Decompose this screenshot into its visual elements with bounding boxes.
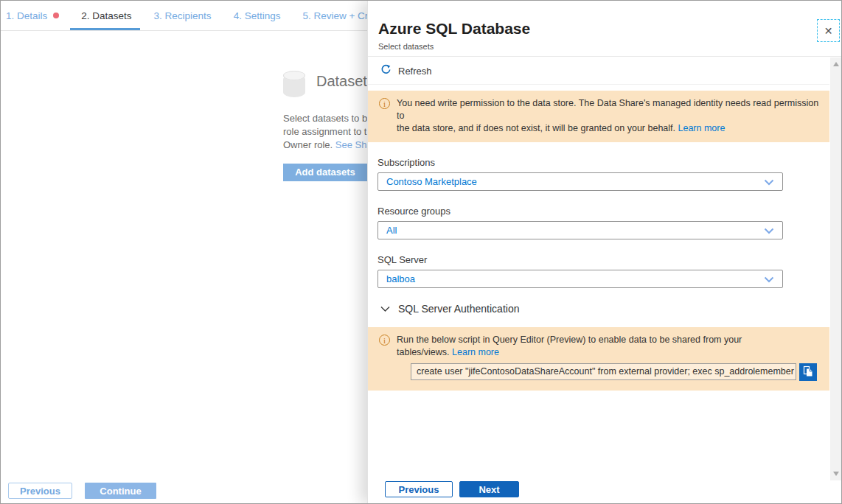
- panel-scrollbar[interactable]: [830, 57, 842, 480]
- add-datasets-button[interactable]: Add datasets: [283, 164, 367, 181]
- learn-more-link[interactable]: Learn more: [452, 347, 499, 357]
- panel-title: Azure SQL Database: [378, 20, 530, 38]
- learn-more-link[interactable]: Learn more: [678, 123, 726, 133]
- panel-toolbar: Refresh: [368, 57, 829, 85]
- alert-dot-icon: [53, 13, 59, 18]
- resource-groups-label: Resource groups: [377, 206, 783, 217]
- sql-server-field: SQL Server balboa: [377, 254, 783, 288]
- panel-next-button[interactable]: Next: [459, 481, 519, 497]
- copy-script-button[interactable]: [799, 363, 817, 381]
- chevron-down-icon: [764, 273, 774, 286]
- wizard-background: 1. Details 2. Datasets 3. Recipients 4. …: [1, 1, 367, 503]
- active-tab-underline: [70, 28, 139, 30]
- resource-groups-field: Resource groups All: [377, 206, 783, 239]
- wizard-footer: Previous Continue: [8, 483, 156, 499]
- panel-footer: Previous Next: [385, 481, 519, 497]
- azure-sql-database-panel: Azure SQL Database Select datasets ✕ Ref…: [367, 1, 842, 503]
- sql-server-value: balboa: [386, 273, 415, 284]
- close-button[interactable]: ✕: [817, 19, 840, 42]
- refresh-icon: [380, 64, 392, 78]
- wizard-continue-button[interactable]: Continue: [85, 483, 156, 499]
- subscriptions-label: Subscriptions: [377, 157, 783, 168]
- permission-banner-text: You need write permission to the data st…: [397, 97, 821, 135]
- tab-recipients[interactable]: 3. Recipients: [143, 1, 223, 30]
- info-icon: i: [379, 335, 390, 346]
- wizard-step-tabs: 1. Details 2. Datasets 3. Recipients 4. …: [1, 1, 367, 31]
- create-user-script-field[interactable]: create user "jifeContosoDataShareAccount…: [411, 363, 796, 380]
- resource-groups-value: All: [386, 225, 397, 236]
- chevron-down-icon: [764, 224, 774, 237]
- script-info-banner: i Run the below script in Query Editor (…: [368, 327, 829, 391]
- app-window: 1. Details 2. Datasets 3. Recipients 4. …: [0, 0, 842, 504]
- tab-recipients-label: 3. Recipients: [154, 10, 212, 21]
- subscriptions-dropdown[interactable]: Contoso Marketplace: [377, 172, 783, 191]
- chevron-down-icon: [764, 175, 774, 189]
- datasets-description: Select datasets to be role assignment to…: [283, 112, 367, 152]
- panel-header: Azure SQL Database Select datasets ✕: [368, 1, 842, 57]
- scroll-up-arrow-icon[interactable]: [833, 62, 839, 66]
- sql-server-authentication-label: SQL Server Authentication: [398, 303, 519, 315]
- refresh-label: Refresh: [398, 66, 432, 77]
- database-cylinder-icon: [283, 71, 305, 97]
- tab-datasets[interactable]: 2. Datasets: [70, 1, 142, 30]
- sql-server-label: SQL Server: [377, 254, 783, 265]
- tab-details[interactable]: 1. Details: [6, 1, 70, 30]
- wizard-previous-button[interactable]: Previous: [8, 483, 72, 499]
- panel-subtitle: Select datasets: [378, 42, 434, 51]
- description-line: role assignment to t: [283, 125, 367, 139]
- resource-groups-dropdown[interactable]: All: [377, 221, 783, 239]
- tab-settings[interactable]: 4. Settings: [223, 1, 292, 30]
- panel-previous-button[interactable]: Previous: [385, 481, 453, 497]
- tab-details-label: 1. Details: [6, 10, 47, 21]
- subscriptions-field: Subscriptions Contoso Marketplace: [377, 157, 783, 191]
- refresh-button[interactable]: Refresh: [380, 64, 432, 78]
- sql-server-authentication-expander[interactable]: SQL Server Authentication: [380, 302, 829, 315]
- panel-content: Refresh i You need write permission to t…: [368, 57, 829, 481]
- script-banner-text: Run the below script in Query Editor (Pr…: [397, 334, 817, 359]
- datasets-section-title: Datasets: [316, 73, 375, 90]
- scroll-down-arrow-icon[interactable]: [833, 472, 839, 476]
- info-icon: i: [379, 98, 390, 109]
- tab-settings-label: 4. Settings: [234, 10, 281, 21]
- description-line: Owner role. See Sha: [283, 139, 367, 152]
- see-share-link[interactable]: See Sha: [335, 139, 367, 150]
- sql-server-dropdown[interactable]: balboa: [377, 270, 783, 288]
- close-icon: ✕: [824, 25, 833, 37]
- permission-info-banner: i You need write permission to the data …: [368, 91, 829, 142]
- script-row: create user "jifeContosoDataShareAccount…: [411, 363, 817, 381]
- tab-datasets-label: 2. Datasets: [81, 10, 131, 21]
- copy-icon: [802, 365, 814, 379]
- subscriptions-value: Contoso Marketplace: [386, 176, 477, 187]
- chevron-down-icon: [380, 302, 390, 315]
- description-line: Select datasets to be: [283, 112, 367, 125]
